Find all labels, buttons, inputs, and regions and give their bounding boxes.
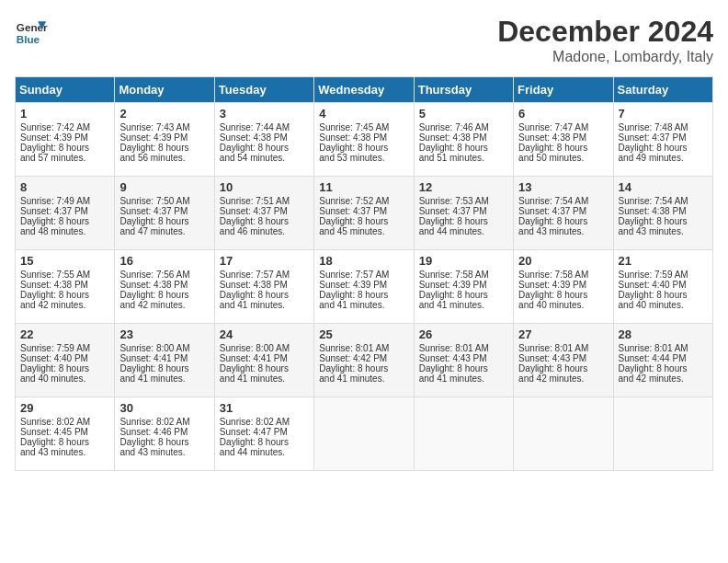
cell-line: Sunrise: 7:49 AM xyxy=(20,196,109,206)
cell-line: and 41 minutes. xyxy=(319,300,408,310)
calendar-body: 1Sunrise: 7:42 AMSunset: 4:39 PMDaylight… xyxy=(16,103,713,471)
day-number: 6 xyxy=(518,107,608,121)
cell-line: Sunrise: 7:47 AM xyxy=(518,122,608,132)
day-number: 18 xyxy=(319,254,408,268)
cell-line: Sunrise: 7:43 AM xyxy=(119,122,209,132)
calendar-cell: 28Sunrise: 8:01 AMSunset: 4:44 PMDayligh… xyxy=(613,324,712,397)
cell-line: Sunset: 4:40 PM xyxy=(619,280,708,290)
cell-line: Sunrise: 8:02 AM xyxy=(220,417,309,427)
cell-line: Sunrise: 7:42 AM xyxy=(20,122,109,132)
cell-line: Sunset: 4:38 PM xyxy=(20,280,109,290)
cell-line: and 40 minutes. xyxy=(518,300,608,310)
calendar-cell: 19Sunrise: 7:58 AMSunset: 4:39 PMDayligh… xyxy=(414,250,513,324)
cell-line: Sunrise: 7:58 AM xyxy=(518,270,608,280)
cell-line: Sunrise: 7:59 AM xyxy=(20,343,109,353)
cell-line: and 48 minutes. xyxy=(20,226,109,236)
cell-line: Sunrise: 8:01 AM xyxy=(619,343,708,353)
cell-line: Sunrise: 7:48 AM xyxy=(619,122,708,132)
cell-line: Daylight: 8 hours xyxy=(220,143,309,153)
cell-line: Sunrise: 7:54 AM xyxy=(518,196,608,206)
calendar-cell: 12Sunrise: 7:53 AMSunset: 4:37 PMDayligh… xyxy=(414,177,513,250)
calendar-cell: 30Sunrise: 8:02 AMSunset: 4:46 PMDayligh… xyxy=(115,397,214,471)
cell-line: Sunrise: 8:00 AM xyxy=(119,343,209,353)
day-number: 5 xyxy=(419,107,508,121)
cell-line: and 41 minutes. xyxy=(319,373,408,384)
calendar-cell: 14Sunrise: 7:54 AMSunset: 4:38 PMDayligh… xyxy=(613,177,712,250)
day-number: 23 xyxy=(119,327,209,341)
cell-line: Daylight: 8 hours xyxy=(20,437,109,447)
cell-line: Sunrise: 7:46 AM xyxy=(419,122,508,132)
cell-line: and 45 minutes. xyxy=(319,226,408,236)
day-number: 17 xyxy=(220,254,309,268)
cell-line: and 41 minutes. xyxy=(119,373,209,384)
cell-line: Daylight: 8 hours xyxy=(619,290,708,300)
cell-line: Sunrise: 8:02 AM xyxy=(119,417,209,427)
day-number: 7 xyxy=(619,107,708,121)
cell-line: Daylight: 8 hours xyxy=(518,290,608,300)
day-number: 2 xyxy=(119,107,209,121)
col-header-saturday: Saturday xyxy=(613,77,712,103)
cell-line: and 51 minutes. xyxy=(419,153,508,163)
cell-line: and 42 minutes. xyxy=(619,373,708,384)
cell-line: Sunset: 4:42 PM xyxy=(319,353,408,363)
cell-line: and 42 minutes. xyxy=(20,300,109,310)
cell-line: Daylight: 8 hours xyxy=(20,143,109,153)
cell-line: Sunset: 4:38 PM xyxy=(319,132,408,143)
cell-line: and 43 minutes. xyxy=(119,447,209,457)
svg-text:Blue: Blue xyxy=(17,33,40,45)
calendar-cell: 10Sunrise: 7:51 AMSunset: 4:37 PMDayligh… xyxy=(214,177,313,250)
cell-line: and 43 minutes. xyxy=(20,447,109,457)
calendar-cell: 3Sunrise: 7:44 AMSunset: 4:38 PMDaylight… xyxy=(214,103,313,177)
col-header-sunday: Sunday xyxy=(16,77,115,103)
cell-line: Daylight: 8 hours xyxy=(419,216,508,226)
cell-line: and 46 minutes. xyxy=(220,226,309,236)
calendar-cell: 7Sunrise: 7:48 AMSunset: 4:37 PMDaylight… xyxy=(613,103,712,177)
cell-line: Daylight: 8 hours xyxy=(220,290,309,300)
day-number: 1 xyxy=(20,107,109,121)
cell-line: Sunrise: 7:59 AM xyxy=(619,270,708,280)
cell-line: Sunrise: 8:02 AM xyxy=(20,417,109,427)
cell-line: and 54 minutes. xyxy=(220,153,309,163)
cell-line: Daylight: 8 hours xyxy=(518,363,608,373)
cell-line: Sunrise: 8:01 AM xyxy=(518,343,608,353)
cell-line: Sunset: 4:37 PM xyxy=(518,206,608,216)
cell-line: Sunset: 4:37 PM xyxy=(319,206,408,216)
day-number: 28 xyxy=(619,327,708,341)
cell-line: Daylight: 8 hours xyxy=(319,143,408,153)
cell-line: Sunrise: 8:01 AM xyxy=(319,343,408,353)
calendar-week-4: 22Sunrise: 7:59 AMSunset: 4:40 PMDayligh… xyxy=(16,324,713,397)
cell-line: Sunrise: 7:50 AM xyxy=(119,196,209,206)
day-number: 21 xyxy=(619,254,708,268)
day-number: 8 xyxy=(20,180,109,194)
cell-line: Sunset: 4:39 PM xyxy=(119,132,209,143)
cell-line: Sunset: 4:38 PM xyxy=(419,132,508,143)
day-number: 4 xyxy=(319,107,408,121)
cell-line: Daylight: 8 hours xyxy=(419,143,508,153)
day-number: 19 xyxy=(419,254,508,268)
day-number: 3 xyxy=(220,107,309,121)
cell-line: Sunset: 4:38 PM xyxy=(119,280,209,290)
day-number: 30 xyxy=(119,401,209,415)
cell-line: Daylight: 8 hours xyxy=(319,290,408,300)
cell-line: Sunset: 4:38 PM xyxy=(518,132,608,143)
cell-line: Daylight: 8 hours xyxy=(319,363,408,373)
cell-line: Daylight: 8 hours xyxy=(319,216,408,226)
cell-line: and 50 minutes. xyxy=(518,153,608,163)
calendar-cell: 8Sunrise: 7:49 AMSunset: 4:37 PMDaylight… xyxy=(16,177,115,250)
calendar-week-1: 1Sunrise: 7:42 AMSunset: 4:39 PMDaylight… xyxy=(16,103,713,177)
calendar-cell xyxy=(314,397,414,471)
cell-line: and 42 minutes. xyxy=(518,373,608,384)
col-header-thursday: Thursday xyxy=(414,77,513,103)
cell-line: Sunrise: 8:00 AM xyxy=(220,343,309,353)
calendar-cell: 25Sunrise: 8:01 AMSunset: 4:42 PMDayligh… xyxy=(314,324,414,397)
cell-line: and 44 minutes. xyxy=(419,226,508,236)
cell-line: and 53 minutes. xyxy=(319,153,408,163)
cell-line: Daylight: 8 hours xyxy=(119,437,209,447)
cell-line: Sunset: 4:47 PM xyxy=(220,427,309,437)
cell-line: Daylight: 8 hours xyxy=(20,290,109,300)
calendar-cell: 9Sunrise: 7:50 AMSunset: 4:37 PMDaylight… xyxy=(115,177,214,250)
calendar-cell: 15Sunrise: 7:55 AMSunset: 4:38 PMDayligh… xyxy=(16,250,115,324)
col-header-wednesday: Wednesday xyxy=(314,77,414,103)
day-number: 9 xyxy=(119,180,209,194)
cell-line: Daylight: 8 hours xyxy=(220,363,309,373)
